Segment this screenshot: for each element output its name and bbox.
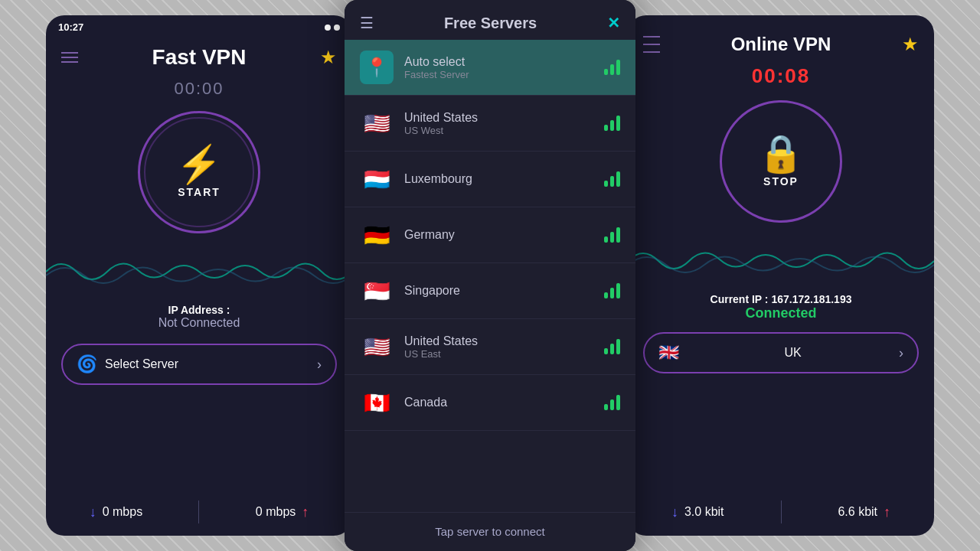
select-server-button[interactable]: 🌀 Select Server › bbox=[61, 344, 337, 385]
signal-bar-1 bbox=[604, 181, 608, 187]
start-label: START bbox=[178, 186, 220, 198]
signal-bars-auto bbox=[604, 60, 620, 75]
chevron-right-icon: › bbox=[317, 357, 322, 373]
server-sub-us-west: US West bbox=[404, 125, 593, 136]
signal-bar-3 bbox=[616, 171, 620, 187]
center-title: Free Servers bbox=[374, 15, 607, 32]
signal-bar-3 bbox=[616, 227, 620, 243]
speed-row-right: ↓ 3.0 kbit 6.6 kbit ↑ bbox=[628, 488, 934, 536]
signal-bars-luxembourg bbox=[604, 171, 620, 187]
timer-left: 00:00 bbox=[174, 79, 224, 99]
signal-bar-2 bbox=[610, 399, 614, 410]
server-info-us-east: United States US East bbox=[404, 334, 593, 360]
status-bar-left: 10:27 bbox=[46, 15, 352, 39]
signal-bar-2 bbox=[610, 176, 614, 187]
signal-bar-1 bbox=[604, 292, 608, 298]
ip-section-right: Current IP : 167.172.181.193 Connected bbox=[628, 284, 934, 324]
server-info-singapore: Singapore bbox=[404, 284, 593, 298]
signal-bars-us-east bbox=[604, 339, 620, 354]
server-name-germany: Germany bbox=[404, 228, 593, 242]
signal-bar-1 bbox=[604, 125, 608, 131]
signal-bar-2 bbox=[610, 344, 614, 354]
server-info-luxembourg: Luxembourg bbox=[404, 172, 593, 186]
server-name-us-east: United States bbox=[404, 334, 593, 348]
server-sub-auto: Fastest Server bbox=[404, 69, 593, 80]
start-button[interactable]: ⚡ START bbox=[138, 111, 260, 233]
signal-bars-us-west bbox=[604, 116, 620, 131]
menu-line-1 bbox=[61, 52, 78, 54]
server-name-us-west: United States bbox=[404, 111, 593, 125]
hamburger-icon[interactable]: ☰ bbox=[360, 14, 374, 32]
download-value: 0 mbps bbox=[103, 505, 142, 519]
signal-bar-2 bbox=[610, 120, 614, 131]
flag-us-east: 🇺🇸 bbox=[360, 330, 394, 364]
uk-server-button[interactable]: 🇬🇧 UK › bbox=[643, 332, 919, 373]
status-bar-right bbox=[628, 15, 934, 28]
server-sub-us-east: US East bbox=[404, 348, 593, 360]
server-item-us-west[interactable]: 🇺🇸 United States US West bbox=[345, 96, 635, 152]
menu-icon-left[interactable] bbox=[61, 52, 78, 63]
speed-divider-right bbox=[781, 500, 782, 523]
vpn-logo-icon: 🌀 bbox=[77, 354, 97, 374]
tap-text: Tap server to connect bbox=[435, 525, 544, 538]
bolt-icon: ⚡ bbox=[176, 146, 222, 183]
server-item-us-east[interactable]: 🇺🇸 United States US East bbox=[345, 319, 635, 375]
signal-bar-1 bbox=[604, 404, 608, 410]
chevron-right-icon-right: › bbox=[899, 345, 903, 361]
select-server-left: 🌀 Select Server bbox=[77, 354, 178, 374]
flag-singapore: 🇸🇬 bbox=[360, 274, 394, 308]
wave-animation-right bbox=[628, 238, 934, 284]
menu-icon-right[interactable] bbox=[643, 36, 660, 53]
status-time: 10:27 bbox=[58, 21, 83, 33]
signal-bar-2 bbox=[610, 232, 614, 243]
signal-bar-3 bbox=[616, 395, 620, 410]
signal-bar-2 bbox=[610, 64, 614, 75]
menu-line-3 bbox=[61, 61, 78, 63]
power-button-container: ⚡ START bbox=[138, 111, 260, 233]
header-right: Online VPN ★ bbox=[628, 28, 934, 61]
close-button[interactable]: ✕ bbox=[607, 14, 620, 32]
ip-section-left: IP Address : Not Connected bbox=[46, 295, 352, 336]
upload-value: 0 mbps bbox=[256, 505, 296, 519]
signal-bar-1 bbox=[604, 69, 608, 75]
uk-server-label: UK bbox=[687, 346, 899, 360]
center-header: ☰ Free Servers ✕ bbox=[345, 0, 635, 40]
flag-germany: 🇩🇪 bbox=[360, 218, 394, 252]
flag-us-west: 🇺🇸 bbox=[360, 106, 394, 140]
server-list: 📍 Auto select Fastest Server 🇺🇸 United S… bbox=[345, 40, 635, 512]
favorite-star-right[interactable]: ★ bbox=[902, 34, 919, 55]
server-item-auto[interactable]: 📍 Auto select Fastest Server bbox=[345, 40, 635, 96]
signal-bars-singapore bbox=[604, 283, 620, 298]
download-speed-right: ↓ 3.0 kbit bbox=[671, 504, 724, 520]
favorite-star-left[interactable]: ★ bbox=[320, 47, 337, 68]
server-item-germany[interactable]: 🇩🇪 Germany bbox=[345, 207, 635, 263]
download-arrow-icon: ↓ bbox=[90, 504, 96, 520]
upload-speed: 0 mbps ↑ bbox=[256, 504, 309, 520]
server-info-auto: Auto select Fastest Server bbox=[404, 55, 593, 80]
upload-arrow-icon-right: ↑ bbox=[884, 504, 890, 520]
status-icons bbox=[325, 24, 340, 31]
signal-bar-3 bbox=[616, 60, 620, 75]
lock-icon: 🔒 bbox=[758, 135, 804, 172]
speed-row-left: ↓ 0 mbps 0 mbps ↑ bbox=[46, 488, 352, 536]
server-item-singapore[interactable]: 🇸🇬 Singapore bbox=[345, 263, 635, 319]
uk-flag-icon: 🇬🇧 bbox=[658, 343, 679, 363]
signal-icon bbox=[325, 24, 331, 31]
server-item-canada[interactable]: 🇨🇦 Canada bbox=[345, 375, 635, 431]
header-left: Fast VPN ★ bbox=[46, 39, 352, 76]
ip-value-left: Not Connected bbox=[46, 316, 352, 330]
server-name-auto: Auto select bbox=[404, 55, 593, 69]
download-arrow-icon-right: ↓ bbox=[671, 504, 678, 520]
upload-value-right: 6.6 kbit bbox=[838, 505, 877, 519]
right-panel: Online VPN ★ 00:08 🔒 STOP Current IP : 1… bbox=[628, 15, 934, 536]
signal-bar-3 bbox=[616, 283, 620, 298]
signal-bars-canada bbox=[604, 395, 620, 410]
app-title-right: Online VPN bbox=[731, 34, 831, 55]
stop-button[interactable]: 🔒 STOP bbox=[720, 100, 842, 223]
server-name-luxembourg: Luxembourg bbox=[404, 172, 593, 186]
server-item-luxembourg[interactable]: 🇱🇺 Luxembourg bbox=[345, 152, 635, 207]
signal-bar-3 bbox=[616, 116, 620, 131]
menu-line-2 bbox=[61, 57, 78, 58]
auto-select-icon: 📍 bbox=[360, 51, 394, 84]
left-panel: 10:27 Fast VPN ★ 00:00 ⚡ START bbox=[46, 15, 352, 536]
